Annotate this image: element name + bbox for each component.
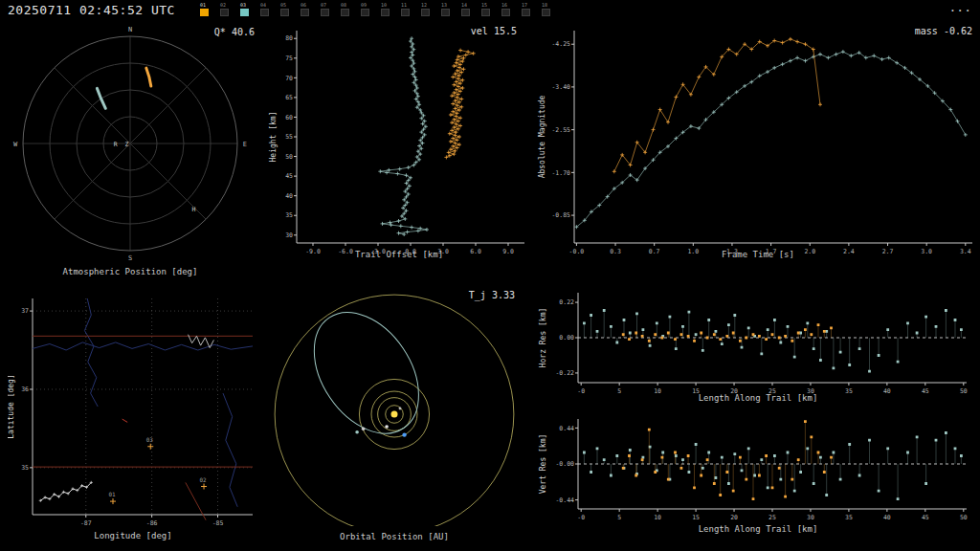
svg-text:-4.25: -4.25 [551,40,570,48]
tab-number: 17 [522,3,527,8]
tab-02[interactable]: 02 [218,2,237,17]
svg-text:40: 40 [883,514,891,521]
tab-swatch [501,9,510,16]
tab-number: 08 [341,3,346,8]
svg-text:45: 45 [922,514,929,521]
svg-text:03: 03 [146,436,154,443]
svg-text:37: 37 [21,307,29,315]
markers-station-1 [612,37,822,173]
overflow-menu-button[interactable]: ... [949,0,971,14]
svg-text:-87: -87 [80,519,92,527]
tab-12[interactable]: 12 [419,2,438,17]
tab-13[interactable]: 13 [439,2,458,17]
stems-station-2 [584,311,961,372]
svg-text:50: 50 [285,153,293,161]
tab-06[interactable]: 06 [299,2,318,17]
markers-station-2 [583,309,963,373]
markers-station-1 [444,49,475,160]
tab-number: 10 [381,3,387,8]
tab-10[interactable]: 10 [379,2,398,17]
svg-text:25: 25 [768,514,776,521]
svg-text:-0: -0 [577,514,585,521]
svg-text:02: 02 [199,476,207,483]
svg-text:5: 5 [617,514,621,521]
ground-map-plot: -87-86-85353637Latitude [deg]010203 [8,287,258,532]
svg-text:35: 35 [21,464,29,472]
tab-03[interactable]: 03 [238,2,257,17]
tab-swatch [441,9,450,16]
body-sun [391,411,398,418]
tab-11[interactable]: 11 [399,2,418,17]
svg-text:-2.55: -2.55 [551,126,570,134]
tab-number: 07 [321,3,326,8]
tab-swatch [542,9,550,16]
lightcurve-xaxis-label: Frame Time [s] [536,250,980,259]
map-feature-river-right [223,393,237,507]
tab-05[interactable]: 05 [278,2,298,17]
tab-14[interactable]: 14 [459,2,479,17]
svg-text:S: S [128,254,132,262]
tab-swatch [220,9,229,16]
tab-07[interactable]: 07 [319,2,338,17]
markers-station-2 [378,36,429,236]
markers-station-2 [574,50,967,229]
svg-text:E: E [243,141,247,148]
svg-text:50: 50 [960,514,968,521]
tab-09[interactable]: 09 [359,2,378,17]
svg-text:-86: -86 [146,519,158,527]
svg-text:15: 15 [692,514,700,521]
tab-number: 12 [421,3,427,8]
tab-swatch [522,9,530,16]
trail-station-2 [97,88,105,108]
line-station-2 [576,52,965,227]
svg-text:20: 20 [730,514,738,521]
tab-08[interactable]: 08 [339,2,358,17]
tab-swatch [481,9,490,16]
svg-text:45: 45 [285,172,293,180]
horz-residuals-plot: -051015202530354045500.220.00-0.22Horz R… [536,283,980,396]
svg-text:-0.85: -0.85 [551,211,570,219]
svg-text:W: W [13,141,18,148]
tab-17[interactable]: 17 [520,2,539,17]
horz-res-xaxis-label: Length Along Trail [km] [536,393,980,403]
tab-16[interactable]: 16 [500,2,519,17]
stems-station-2 [584,433,961,499]
tab-number: 16 [501,3,507,8]
height-xaxis-label: Trail Offset [km] [266,250,532,259]
svg-text:10: 10 [654,514,661,521]
tab-04[interactable]: 04 [258,2,278,17]
svg-text:0.00: 0.00 [559,334,574,342]
svg-text:0.44: 0.44 [559,425,574,432]
tab-18[interactable]: 18 [540,2,559,17]
tab-number: 06 [301,3,306,8]
tab-15[interactable]: 15 [479,2,499,17]
tab-number: 09 [361,3,367,8]
tab-01[interactable]: 01 [198,2,217,17]
svg-text:36: 36 [21,386,29,393]
tab-number: 18 [542,3,547,8]
map-feature-river-top [33,342,253,350]
tab-strip: 010203040506070809101112131415161718 [198,2,559,17]
svg-text:55: 55 [285,133,293,141]
map-feature-river-left [84,298,98,407]
tab-number: 03 [240,3,246,8]
app-root: { "header": { "timestamp": "20250711 02:… [0,0,980,551]
svg-text:35: 35 [845,514,853,521]
svg-text:-85: -85 [212,519,224,527]
tab-swatch [401,9,410,16]
tab-number: 15 [481,3,487,8]
vert-res-xaxis-label: Length Along Trail [km] [536,524,980,534]
tab-number: 05 [280,3,286,8]
tab-number: 13 [441,3,447,8]
tab-number: 14 [461,3,467,8]
orbit-plot [266,285,523,530]
map-xaxis-label: Longitude [deg] [8,531,258,540]
svg-text:65: 65 [285,94,293,101]
svg-text:0.22: 0.22 [559,298,574,306]
stems-station-1 [623,422,831,499]
svg-text:30: 30 [807,514,814,521]
svg-text:75: 75 [285,55,293,62]
trail-station-1 [146,68,151,86]
svg-text:Latitude [deg]: Latitude [deg] [8,374,15,438]
tab-swatch [421,9,430,16]
